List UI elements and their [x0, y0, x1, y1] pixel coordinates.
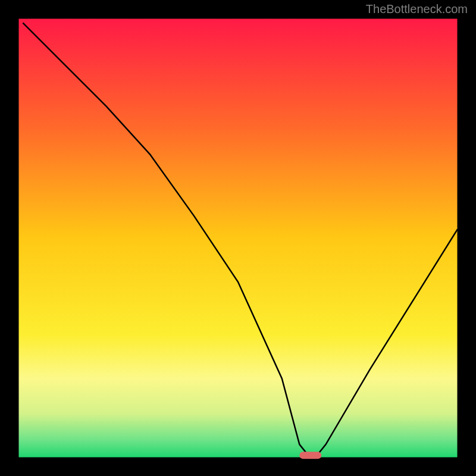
watermark-text: TheBottleneck.com [366, 2, 468, 16]
bottleneck-chart [0, 0, 476, 476]
chart-container: TheBottleneck.com [0, 0, 476, 476]
optimal-marker [299, 452, 321, 459]
